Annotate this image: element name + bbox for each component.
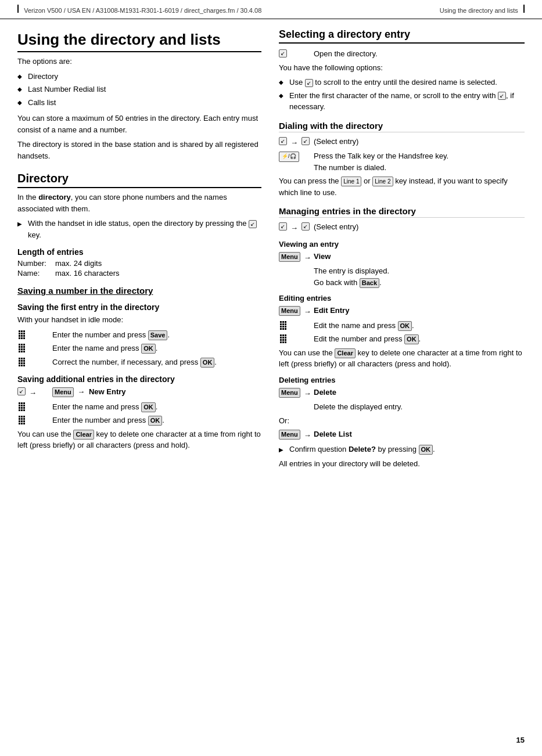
talk-key-icons: ⚡/🎧	[279, 150, 314, 173]
directory-intro: In the directory, In the directory, you …	[17, 192, 261, 214]
page-number: 15	[516, 736, 525, 744]
managing-nav-text: (Select entry)	[314, 221, 525, 234]
dir-icon-small-2: ↙	[498, 92, 506, 100]
dir-icon-small: ↙	[305, 79, 313, 87]
deleting-desc: Delete the displayed entry.	[314, 401, 525, 413]
menu-key: Menu	[52, 387, 74, 397]
number-label: Number:	[17, 259, 49, 268]
two-col-layout: Using the directory and lists The option…	[0, 19, 542, 473]
open-dir-text: Open the directory.	[314, 48, 525, 60]
keypad-icon-3	[17, 357, 52, 368]
open-dir-row: ↙ Open the directory.	[279, 48, 525, 60]
entry-row-number: Number: max. 24 digits	[17, 259, 261, 268]
talk-key-text: Press the Talk key or the Handsfree key.…	[314, 150, 525, 173]
dir-open-icon: ↙	[279, 49, 287, 57]
ok-key-2: OK	[200, 358, 215, 368]
ok-key-edit-1: OK	[398, 321, 412, 331]
viewing-title: Viewing an entry	[279, 240, 525, 249]
dialing-title: Dialing with the directory	[279, 121, 525, 132]
additional-nav-text: Menu → New Entry	[52, 386, 261, 399]
main-title: Using the directory and lists	[17, 31, 261, 52]
first-entry-title: Saving the first entry in the directory	[17, 303, 261, 312]
arrow-icon: →	[29, 387, 37, 399]
additional-nav-row: ↙ → Menu → New Entry	[17, 386, 261, 399]
keyboard-icon	[19, 344, 25, 352]
editing-nav-row: Menu → Edit Entry	[279, 305, 525, 318]
save-step-3: Correct the number, if necessary, and pr…	[17, 357, 261, 368]
additional-title: Saving additional entries in the directo…	[17, 375, 261, 384]
dialing-nav-text: (Select entry)	[314, 136, 525, 149]
viewing-nav-row: Menu → View	[279, 251, 525, 264]
editing-step-2-text: Edit the number and press OK.	[314, 333, 525, 345]
clear-key-edit: Clear	[335, 348, 356, 358]
line2-key: Line 2	[372, 177, 393, 186]
select-option-1: Use ↙ to scroll to the entry until the d…	[279, 77, 525, 88]
keyboard-icon	[19, 330, 25, 339]
dir-icon-dial: ↙	[279, 137, 287, 145]
confirm-text: Confirm question Delete? by pressing OK.	[279, 444, 525, 455]
editing-step-1-text: Edit the name and press OK.	[314, 320, 525, 332]
editing-step-2: Edit the number and press OK.	[279, 333, 525, 345]
dir-icon: ↙	[17, 387, 26, 395]
editing-step-1: Edit the name and press OK.	[279, 320, 525, 332]
keyboard-icon-edit-2	[280, 334, 286, 343]
edit-keypad-2	[279, 333, 314, 345]
additional-step-1: Enter the name and press OK.	[17, 401, 261, 413]
length-title: Length of entries	[17, 247, 261, 257]
dialing-nav-row: ↙ → ↙ (Select entry)	[279, 136, 525, 149]
following-options: You have the following options:	[279, 62, 525, 74]
additional-step-2: Enter the number and press OK.	[17, 415, 261, 426]
keypad-icon-5	[17, 415, 52, 426]
managing-nav-row: ↙ → ↙ (Select entry)	[279, 221, 525, 234]
header-left: Verizon V500 / USA EN / A31008-M1931-R30…	[17, 5, 261, 14]
line1-key: Line 1	[341, 177, 361, 186]
right-column: Selecting a directory entry ↙ Open the d…	[279, 19, 525, 473]
name-label: Name:	[17, 269, 49, 278]
list-item: Last Number Redial list	[17, 84, 261, 95]
talk-key-row: ⚡/🎧 Press the Talk key or the Handsfree …	[279, 150, 525, 173]
number-value: max. 24 digits	[55, 259, 261, 268]
save-step-2-text: Enter the name and press OK.	[52, 343, 261, 354]
additional-step-2-text: Enter the number and press OK.	[52, 415, 261, 426]
keyboard-icon-edit	[280, 321, 286, 330]
menu-key-edit: Menu	[279, 306, 300, 316]
intro-text: The options are:	[17, 56, 261, 67]
all-deleted: All entries in your directory will be de…	[279, 458, 525, 470]
ok-key: OK	[141, 344, 156, 354]
ok-key-edit-2: OK	[404, 334, 419, 344]
clear-key: Clear	[73, 430, 94, 440]
additional-step-1-text: Enter the name and press OK.	[52, 401, 261, 413]
open-dir-icon: ↙	[279, 48, 314, 60]
header-right: Using the directory and lists	[440, 5, 525, 14]
back-key: Back	[360, 278, 379, 288]
editing-nav-text: Edit Entry	[314, 305, 525, 318]
save-step-2: Enter the name and press OK.	[17, 343, 261, 354]
deleting-title: Deleting entries	[279, 376, 525, 384]
or-text: Or:	[279, 415, 525, 427]
header-section-title: Using the directory and lists	[440, 7, 518, 14]
editing-clear-info: You can use the Clear key to delete one …	[279, 347, 525, 370]
keyboard-icon	[19, 402, 25, 411]
right-mark	[523, 5, 525, 13]
keyboard-icon	[19, 416, 25, 424]
page-container: Verizon V500 / USA EN / A31008-M1931-R30…	[0, 0, 542, 756]
save-step-1-text: Enter the number and press Save.	[52, 329, 261, 341]
selecting-title: Selecting a directory entry	[279, 28, 525, 44]
ok-key-4: OK	[148, 416, 163, 426]
options-list: Directory Last Number Redial list Calls …	[17, 71, 261, 109]
menu-key-delete: Menu	[279, 388, 300, 398]
entry-table: Number: max. 24 digits Name: max. 16 cha…	[17, 259, 261, 278]
menu-key-view: Menu	[279, 252, 300, 262]
managing-title: Managing entries in the directory	[279, 206, 525, 218]
menu-key-delete-list: Menu	[279, 430, 300, 440]
directory-section-title: Directory	[17, 172, 261, 188]
editing-menu-icon: Menu →	[279, 305, 314, 318]
flash-key-icon: ⚡/🎧	[279, 152, 299, 162]
viewing-nav-text: View	[314, 251, 525, 264]
clear-info: You can use the Clear key to delete one …	[17, 429, 261, 451]
select-options-list: Use ↙ to scroll to the entry until the d…	[279, 77, 525, 113]
ok-key-3: OK	[141, 402, 156, 412]
dir-icon-dial-2: ↙	[301, 137, 310, 145]
edit-keypad-1	[279, 320, 314, 332]
name-value: max. 16 characters	[55, 269, 261, 278]
